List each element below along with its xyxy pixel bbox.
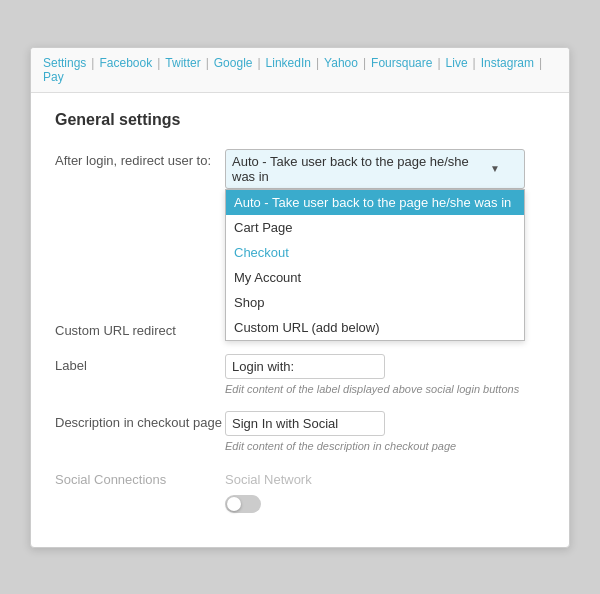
dropdown-option-5[interactable]: Custom URL (add below) (226, 315, 524, 340)
custom-url-label: Custom URL redirect (55, 319, 225, 338)
label-field-label: Label (55, 354, 225, 373)
label-row: Label Edit content of the label displaye… (55, 354, 545, 395)
tab-settings[interactable]: Settings (43, 56, 86, 70)
tab-sep-3: | (206, 56, 209, 70)
redirect-field: Auto - Take user back to the page he/she… (225, 149, 545, 189)
tab-instagram[interactable]: Instagram (481, 56, 534, 70)
section-title: General settings (55, 111, 545, 129)
redirect-selected-value: Auto - Take user back to the page he/she… (232, 154, 490, 184)
tab-sep-2: | (157, 56, 160, 70)
tab-sep-8: | (473, 56, 476, 70)
tab-sep-5: | (316, 56, 319, 70)
tab-live[interactable]: Live (446, 56, 468, 70)
tab-facebook[interactable]: Facebook (99, 56, 152, 70)
description-label: Description in checkout page (55, 411, 225, 430)
tab-sep-4: | (257, 56, 260, 70)
tab-pay[interactable]: Pay (43, 70, 64, 84)
social-connections-row: Social Connections Social Network (55, 468, 545, 513)
dropdown-option-0[interactable]: Auto - Take user back to the page he/she… (226, 190, 524, 215)
social-connections-label: Social Connections (55, 468, 225, 487)
description-field-area: Edit content of the description in check… (225, 411, 545, 452)
description-input[interactable] (225, 411, 385, 436)
description-row: Description in checkout page Edit conten… (55, 411, 545, 452)
tab-twitter[interactable]: Twitter (165, 56, 200, 70)
dropdown-option-2[interactable]: Checkout (226, 240, 524, 265)
redirect-dropdown-list: Auto - Take user back to the page he/she… (225, 189, 525, 341)
redirect-row: After login, redirect user to: Auto - Ta… (55, 149, 545, 189)
redirect-label: After login, redirect user to: (55, 149, 225, 168)
content-area: General settings After login, redirect u… (31, 93, 569, 547)
tab-sep-1: | (91, 56, 94, 70)
redirect-dropdown-trigger[interactable]: Auto - Take user back to the page he/she… (225, 149, 525, 189)
tab-google[interactable]: Google (214, 56, 253, 70)
toggle-bar[interactable] (225, 495, 261, 513)
settings-panel: Settings | Facebook | Twitter | Google |… (30, 47, 570, 548)
label-input[interactable] (225, 354, 385, 379)
tab-linkedin[interactable]: LinkedIn (266, 56, 311, 70)
dropdown-option-3[interactable]: My Account (226, 265, 524, 290)
toggle-knob (227, 497, 241, 511)
social-connections-field: Social Network (225, 468, 545, 513)
dropdown-option-4[interactable]: Shop (226, 290, 524, 315)
social-network-placeholder: Social Network (225, 472, 545, 487)
tab-yahoo[interactable]: Yahoo (324, 56, 358, 70)
description-hint: Edit content of the description in check… (225, 440, 545, 452)
tab-bar: Settings | Facebook | Twitter | Google |… (31, 48, 569, 93)
tab-sep-6: | (363, 56, 366, 70)
tab-foursquare[interactable]: Foursquare (371, 56, 432, 70)
redirect-dropdown-wrapper: Auto - Take user back to the page he/she… (225, 149, 545, 189)
tab-sep-7: | (437, 56, 440, 70)
tab-sep-9: | (539, 56, 542, 70)
label-hint: Edit content of the label displayed abov… (225, 383, 545, 395)
dropdown-arrow-icon: ▼ (490, 163, 500, 174)
label-field-area: Edit content of the label displayed abov… (225, 354, 545, 395)
dropdown-option-1[interactable]: Cart Page (226, 215, 524, 240)
